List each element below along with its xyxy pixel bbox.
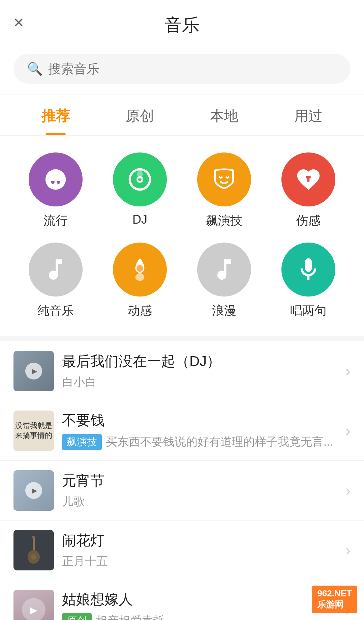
category-romantic[interactable]: 浪漫 (182, 243, 266, 319)
thumb-2: 没错我就是 来搞事情的 (13, 411, 54, 451)
close-button[interactable]: × (13, 13, 24, 31)
show-label: 飙演技 (206, 213, 242, 229)
music-item-4[interactable]: 闹花灯 正月十五 › (0, 520, 364, 580)
chevron-1: › (345, 363, 351, 379)
search-container: 🔍 (0, 47, 364, 94)
thumb-1 (13, 351, 54, 391)
tabs-bar: 推荐 原创 本地 用过 (0, 94, 364, 136)
sad-label: 伤感 (296, 213, 321, 229)
music-title-5: 姑娘想嫁人 (62, 590, 334, 609)
music-list: 最后我们没在一起（DJ） 白小白 › 没错我就是 来搞事情的 不要钱 飙演技 买… (0, 341, 364, 620)
music-info-1: 最后我们没在一起（DJ） 白小白 (54, 352, 342, 390)
thumb-5: ▶ (13, 590, 54, 620)
energetic-label: 动感 (128, 303, 152, 319)
music-artist-4: 正月十五 (62, 554, 108, 569)
chevron-4: › (345, 542, 351, 559)
music-tag-5: 原创 (62, 613, 92, 620)
watermark: 962.NET 乐游网 (312, 586, 357, 613)
music-artist-3: 儿歌 (62, 494, 85, 509)
category-sing[interactable]: 唱两句 (266, 243, 351, 319)
chevron-2: › (345, 422, 351, 439)
search-bar[interactable]: 🔍 (13, 54, 351, 84)
energetic-icon (113, 243, 167, 297)
music-sub-3: 儿歌 (62, 494, 334, 509)
music-item-3[interactable]: 元宵节 儿歌 › (0, 461, 364, 520)
search-input[interactable] (48, 62, 337, 76)
music-item-5[interactable]: ▶ 姑娘想嫁人 原创 相亲相爱袁哲 › (0, 580, 364, 620)
category-grid: 流行 DJ 飙演技 (0, 136, 364, 329)
play-icon-1 (25, 363, 42, 379)
music-info-5: 姑娘想嫁人 原创 相亲相爱袁哲 (54, 590, 342, 620)
svg-point-5 (136, 265, 143, 272)
thumb-4 (13, 530, 54, 570)
romantic-label: 浪漫 (212, 303, 236, 319)
category-show[interactable]: 飙演技 (182, 152, 266, 229)
tab-recommend[interactable]: 推荐 (13, 94, 98, 135)
category-popular[interactable]: 流行 (13, 152, 98, 229)
music-sub-1: 白小白 (62, 374, 334, 390)
show-icon (197, 152, 251, 206)
romantic-icon (197, 243, 251, 297)
tab-original[interactable]: 原创 (98, 94, 182, 135)
music-artist-5: 相亲相爱袁哲 (96, 613, 164, 620)
thumb-3 (13, 470, 54, 511)
play-icon-3 (25, 482, 42, 499)
music-tag-2: 飙演技 (62, 434, 102, 450)
svg-point-8 (31, 554, 36, 560)
svg-rect-9 (32, 536, 35, 538)
sing-icon (281, 243, 335, 297)
category-energetic[interactable]: 动感 (98, 243, 182, 319)
music-artist-1: 白小白 (62, 374, 96, 390)
category-dj[interactable]: DJ (98, 152, 182, 229)
music-sub-2: 飙演技 买东西不要钱说的好有道理的样子我竟无言... (62, 434, 334, 450)
music-info-3: 元宵节 儿歌 (54, 472, 342, 510)
header: × 音乐 (0, 0, 364, 47)
category-sad[interactable]: 伤感 (266, 152, 351, 229)
music-title-4: 闹花灯 (62, 531, 334, 550)
thumb-text-2: 没错我就是 来搞事情的 (13, 420, 54, 442)
search-icon: 🔍 (27, 61, 43, 76)
music-item-1[interactable]: 最后我们没在一起（DJ） 白小白 › (0, 341, 364, 401)
dj-label: DJ (132, 213, 147, 227)
tab-local[interactable]: 本地 (182, 94, 266, 135)
music-item-2[interactable]: 没错我就是 来搞事情的 不要钱 飙演技 买东西不要钱说的好有道理的样子我竟无言.… (0, 401, 364, 461)
music-title-3: 元宵节 (62, 472, 334, 490)
section-divider (0, 336, 364, 341)
page-title: 音乐 (164, 13, 200, 37)
dj-icon (113, 152, 167, 206)
music-info-4: 闹花灯 正月十五 (54, 531, 342, 569)
music-sub-5: 原创 相亲相爱袁哲 (62, 613, 334, 620)
sad-icon (281, 152, 335, 206)
music-desc-2: 买东西不要钱说的好有道理的样子我竟无言... (106, 434, 333, 450)
tab-used[interactable]: 用过 (266, 94, 351, 135)
category-instrumental[interactable]: 纯音乐 (13, 243, 98, 319)
chevron-3: › (345, 482, 351, 499)
music-title-2: 不要钱 (62, 411, 334, 430)
popular-label: 流行 (43, 213, 68, 229)
music-sub-4: 正月十五 (62, 554, 334, 569)
sing-label: 唱两句 (290, 303, 327, 319)
music-info-2: 不要钱 飙演技 买东西不要钱说的好有道理的样子我竟无言... (54, 411, 342, 450)
instrumental-label: 纯音乐 (37, 303, 74, 319)
popular-icon (29, 152, 83, 206)
instrumental-icon (29, 243, 83, 297)
music-title-1: 最后我们没在一起（DJ） (62, 352, 334, 371)
